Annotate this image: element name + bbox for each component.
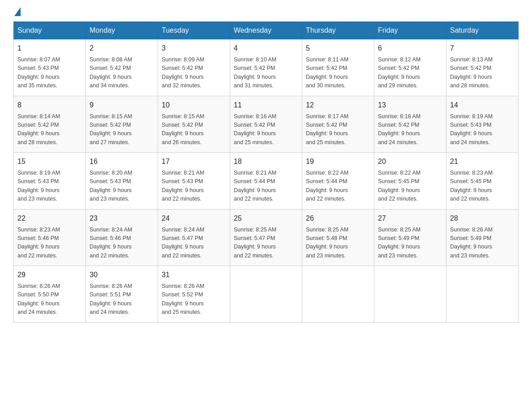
calendar-cell: 29Sunrise: 8:26 AMSunset: 5:50 PMDayligh… bbox=[14, 266, 86, 323]
day-number: 18 bbox=[234, 156, 298, 167]
logo bbox=[13, 9, 21, 14]
day-number: 4 bbox=[234, 43, 298, 54]
day-number: 19 bbox=[306, 156, 370, 167]
day-info: Sunrise: 8:16 AMSunset: 5:42 PMDaylight:… bbox=[234, 112, 298, 147]
day-info: Sunrise: 8:26 AMSunset: 5:49 PMDaylight:… bbox=[450, 226, 515, 261]
day-info: Sunrise: 8:24 AMSunset: 5:46 PMDaylight:… bbox=[90, 226, 154, 261]
calendar-cell: 21Sunrise: 8:23 AMSunset: 5:45 PMDayligh… bbox=[446, 153, 519, 210]
calendar-week-row: 15Sunrise: 8:19 AMSunset: 5:43 PMDayligh… bbox=[14, 153, 519, 210]
calendar-cell bbox=[374, 266, 446, 323]
calendar-cell: 11Sunrise: 8:16 AMSunset: 5:42 PMDayligh… bbox=[230, 96, 302, 153]
day-info: Sunrise: 8:22 AMSunset: 5:44 PMDaylight:… bbox=[306, 169, 370, 204]
day-info: Sunrise: 8:07 AMSunset: 5:43 PMDaylight:… bbox=[17, 56, 82, 90]
day-info: Sunrise: 8:21 AMSunset: 5:44 PMDaylight:… bbox=[234, 169, 298, 204]
day-number: 5 bbox=[306, 43, 370, 54]
calendar-cell: 2Sunrise: 8:08 AMSunset: 5:42 PMDaylight… bbox=[86, 39, 158, 96]
day-info: Sunrise: 8:24 AMSunset: 5:47 PMDaylight:… bbox=[162, 226, 226, 261]
calendar-cell: 10Sunrise: 8:15 AMSunset: 5:42 PMDayligh… bbox=[158, 96, 230, 153]
logo-text bbox=[13, 9, 21, 16]
day-number: 3 bbox=[162, 43, 226, 54]
day-info: Sunrise: 8:15 AMSunset: 5:42 PMDaylight:… bbox=[162, 112, 226, 147]
day-number: 7 bbox=[450, 43, 515, 54]
day-number: 23 bbox=[90, 213, 154, 224]
day-number: 9 bbox=[90, 100, 154, 111]
day-info: Sunrise: 8:14 AMSunset: 5:42 PMDaylight:… bbox=[17, 112, 82, 147]
weekday-header-monday: Monday bbox=[86, 22, 158, 39]
day-number: 2 bbox=[90, 43, 154, 54]
calendar-week-row: 29Sunrise: 8:26 AMSunset: 5:50 PMDayligh… bbox=[14, 266, 519, 323]
day-number: 27 bbox=[378, 213, 442, 224]
calendar-cell bbox=[302, 266, 374, 323]
calendar-cell: 8Sunrise: 8:14 AMSunset: 5:42 PMDaylight… bbox=[14, 96, 86, 153]
day-number: 17 bbox=[162, 156, 226, 167]
day-number: 20 bbox=[378, 156, 442, 167]
weekday-header-row: SundayMondayTuesdayWednesdayThursdayFrid… bbox=[14, 22, 519, 39]
calendar-cell: 20Sunrise: 8:22 AMSunset: 5:45 PMDayligh… bbox=[374, 153, 446, 210]
calendar-table: SundayMondayTuesdayWednesdayThursdayFrid… bbox=[13, 21, 519, 323]
calendar-week-row: 22Sunrise: 8:23 AMSunset: 5:46 PMDayligh… bbox=[14, 209, 519, 266]
calendar-cell: 30Sunrise: 8:26 AMSunset: 5:51 PMDayligh… bbox=[86, 266, 158, 323]
day-number: 25 bbox=[234, 213, 298, 224]
day-info: Sunrise: 8:11 AMSunset: 5:42 PMDaylight:… bbox=[306, 56, 370, 90]
logo-triangle-icon bbox=[14, 7, 21, 16]
day-number: 13 bbox=[378, 100, 442, 111]
day-number: 31 bbox=[162, 270, 226, 280]
day-number: 6 bbox=[378, 43, 442, 54]
calendar-week-row: 1Sunrise: 8:07 AMSunset: 5:43 PMDaylight… bbox=[14, 39, 519, 96]
calendar-cell: 6Sunrise: 8:12 AMSunset: 5:42 PMDaylight… bbox=[374, 39, 446, 96]
calendar-cell: 22Sunrise: 8:23 AMSunset: 5:46 PMDayligh… bbox=[14, 209, 86, 266]
page-header bbox=[13, 9, 519, 14]
day-info: Sunrise: 8:19 AMSunset: 5:43 PMDaylight:… bbox=[450, 112, 515, 147]
calendar-cell: 19Sunrise: 8:22 AMSunset: 5:44 PMDayligh… bbox=[302, 153, 374, 210]
day-info: Sunrise: 8:23 AMSunset: 5:46 PMDaylight:… bbox=[17, 226, 82, 261]
day-number: 14 bbox=[450, 100, 515, 111]
calendar-cell: 1Sunrise: 8:07 AMSunset: 5:43 PMDaylight… bbox=[14, 39, 86, 96]
day-number: 24 bbox=[162, 213, 226, 224]
day-info: Sunrise: 8:21 AMSunset: 5:43 PMDaylight:… bbox=[162, 169, 226, 204]
day-info: Sunrise: 8:26 AMSunset: 5:51 PMDaylight:… bbox=[90, 282, 154, 317]
calendar-cell: 9Sunrise: 8:15 AMSunset: 5:42 PMDaylight… bbox=[86, 96, 158, 153]
day-info: Sunrise: 8:25 AMSunset: 5:47 PMDaylight:… bbox=[234, 226, 298, 261]
day-number: 29 bbox=[17, 270, 82, 280]
calendar-cell: 14Sunrise: 8:19 AMSunset: 5:43 PMDayligh… bbox=[446, 96, 519, 153]
day-number: 10 bbox=[162, 100, 226, 111]
calendar-cell: 16Sunrise: 8:20 AMSunset: 5:43 PMDayligh… bbox=[86, 153, 158, 210]
calendar-cell: 28Sunrise: 8:26 AMSunset: 5:49 PMDayligh… bbox=[446, 209, 519, 266]
day-number: 22 bbox=[17, 213, 82, 224]
calendar-cell: 23Sunrise: 8:24 AMSunset: 5:46 PMDayligh… bbox=[86, 209, 158, 266]
day-info: Sunrise: 8:25 AMSunset: 5:48 PMDaylight:… bbox=[306, 226, 370, 261]
day-info: Sunrise: 8:13 AMSunset: 5:42 PMDaylight:… bbox=[450, 56, 515, 90]
calendar-cell: 27Sunrise: 8:25 AMSunset: 5:49 PMDayligh… bbox=[374, 209, 446, 266]
day-number: 21 bbox=[450, 156, 515, 167]
day-info: Sunrise: 8:15 AMSunset: 5:42 PMDaylight:… bbox=[90, 112, 154, 147]
day-number: 15 bbox=[17, 156, 82, 167]
weekday-header-friday: Friday bbox=[374, 22, 446, 39]
day-number: 28 bbox=[450, 213, 515, 224]
day-info: Sunrise: 8:26 AMSunset: 5:50 PMDaylight:… bbox=[17, 282, 82, 317]
calendar-week-row: 8Sunrise: 8:14 AMSunset: 5:42 PMDaylight… bbox=[14, 96, 519, 153]
weekday-header-thursday: Thursday bbox=[302, 22, 374, 39]
weekday-header-saturday: Saturday bbox=[446, 22, 519, 39]
calendar-cell bbox=[446, 266, 519, 323]
calendar-cell: 4Sunrise: 8:10 AMSunset: 5:42 PMDaylight… bbox=[230, 39, 302, 96]
calendar-cell: 31Sunrise: 8:26 AMSunset: 5:52 PMDayligh… bbox=[158, 266, 230, 323]
day-number: 16 bbox=[90, 156, 154, 167]
weekday-header-sunday: Sunday bbox=[14, 22, 86, 39]
calendar-cell: 26Sunrise: 8:25 AMSunset: 5:48 PMDayligh… bbox=[302, 209, 374, 266]
calendar-header: SundayMondayTuesdayWednesdayThursdayFrid… bbox=[14, 22, 519, 39]
calendar-cell: 13Sunrise: 8:18 AMSunset: 5:42 PMDayligh… bbox=[374, 96, 446, 153]
weekday-header-wednesday: Wednesday bbox=[230, 22, 302, 39]
day-info: Sunrise: 8:17 AMSunset: 5:42 PMDaylight:… bbox=[306, 112, 370, 147]
day-info: Sunrise: 8:10 AMSunset: 5:42 PMDaylight:… bbox=[234, 56, 298, 90]
calendar-cell: 12Sunrise: 8:17 AMSunset: 5:42 PMDayligh… bbox=[302, 96, 374, 153]
day-info: Sunrise: 8:09 AMSunset: 5:42 PMDaylight:… bbox=[162, 56, 226, 90]
day-info: Sunrise: 8:22 AMSunset: 5:45 PMDaylight:… bbox=[378, 169, 442, 204]
day-number: 11 bbox=[234, 100, 298, 111]
calendar-cell: 3Sunrise: 8:09 AMSunset: 5:42 PMDaylight… bbox=[158, 39, 230, 96]
day-info: Sunrise: 8:26 AMSunset: 5:52 PMDaylight:… bbox=[162, 282, 226, 317]
day-info: Sunrise: 8:23 AMSunset: 5:45 PMDaylight:… bbox=[450, 169, 515, 204]
day-number: 12 bbox=[306, 100, 370, 111]
day-info: Sunrise: 8:20 AMSunset: 5:43 PMDaylight:… bbox=[90, 169, 154, 204]
calendar-cell: 5Sunrise: 8:11 AMSunset: 5:42 PMDaylight… bbox=[302, 39, 374, 96]
day-number: 30 bbox=[90, 270, 154, 280]
